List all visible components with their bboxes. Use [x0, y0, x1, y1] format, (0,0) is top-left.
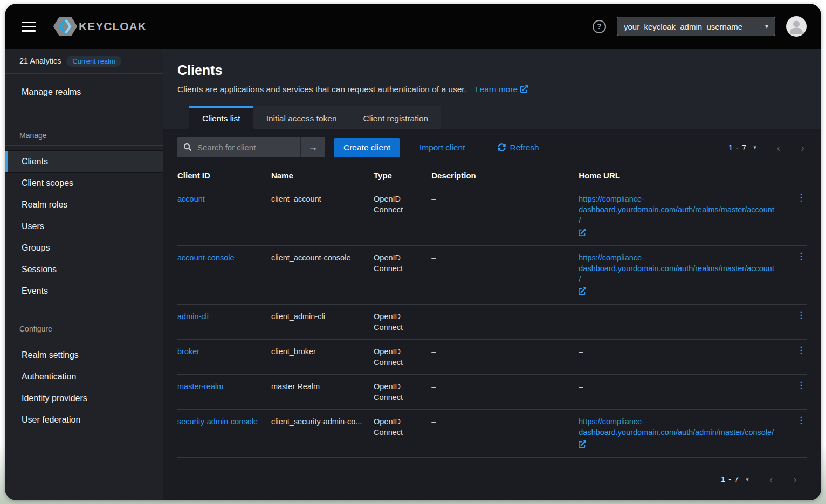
row-actions-kebab[interactable]: ⋮	[796, 253, 806, 260]
main-content: Clients Clients are applications and ser…	[163, 49, 821, 500]
client-type: OpenID Connect	[374, 410, 431, 458]
external-link-icon[interactable]	[579, 228, 776, 239]
row-actions-kebab[interactable]: ⋮	[796, 194, 806, 202]
sidebar-item-manage-realms[interactable]: Manage realms	[5, 81, 163, 103]
client-type: OpenID Connect	[374, 305, 431, 340]
client-type: OpenID Connect	[374, 187, 431, 246]
home-url-link[interactable]: https://compliance-dashboard.yourdomain.…	[579, 252, 776, 285]
clients-table-wrap: Client ID Name Type Description Home URL…	[163, 164, 821, 458]
sidebar-item-realm-roles[interactable]: Realm roles	[5, 194, 163, 216]
sidebar-divider	[5, 339, 163, 339]
help-icon[interactable]: ?	[593, 20, 606, 33]
refresh-icon	[498, 143, 506, 151]
sidebar-item-identity-providers[interactable]: Identity providers	[5, 388, 163, 409]
external-link-icon[interactable]	[579, 440, 776, 451]
sidebar-divider	[5, 145, 163, 146]
column-header-description: Description	[431, 164, 579, 187]
sidebar-item-groups[interactable]: Groups	[5, 237, 163, 259]
external-link-icon[interactable]	[579, 287, 776, 298]
home-url-link[interactable]: https://compliance-dashboard.yourdomain.…	[579, 416, 776, 438]
pagination-next-button[interactable]: ›	[791, 474, 799, 485]
search-input[interactable]	[196, 142, 306, 153]
client-name: client_security-admin-co...	[271, 410, 374, 458]
client-description: –	[431, 305, 579, 340]
row-actions-kebab[interactable]: ⋮	[796, 417, 806, 424]
sidebar-item-realm-settings[interactable]: Realm settings	[5, 344, 163, 366]
client-id-link[interactable]: broker	[177, 347, 199, 356]
learn-more-link[interactable]: Learn more	[475, 85, 528, 94]
sidebar-spacer	[5, 103, 163, 131]
pagination-prev-button[interactable]: ‹	[775, 142, 783, 153]
avatar[interactable]	[786, 16, 807, 37]
row-actions-kebab[interactable]: ⋮	[796, 347, 806, 354]
refresh-label: Refresh	[510, 143, 539, 153]
table-row: account-console client_account-console O…	[177, 246, 807, 305]
current-realm-badge: Current realm	[66, 56, 121, 67]
client-id-link[interactable]: security-admin-console	[177, 417, 258, 426]
sidebar: 21 Analytics Current realm Manage realms…	[5, 49, 163, 500]
search-submit-button[interactable]: →	[300, 137, 325, 157]
client-description: –	[431, 410, 579, 458]
keycloak-logo-icon	[53, 16, 78, 37]
pagination-range: 1 - 7	[728, 143, 747, 152]
column-header-name: Name	[271, 164, 374, 187]
masthead: KEYCLOAK ? your_keycloak_admin_username …	[5, 4, 821, 49]
refresh-link[interactable]: Refresh	[498, 143, 539, 153]
client-name: client_account-console	[271, 246, 374, 305]
sidebar-item-authentication[interactable]: Authentication	[5, 366, 163, 388]
client-type: OpenID Connect	[374, 340, 431, 375]
bottom-pagination: 1 - 7 ▾ ‹ ›	[163, 458, 821, 485]
client-id-link[interactable]: admin-cli	[177, 312, 209, 321]
row-actions-kebab[interactable]: ⋮	[796, 382, 806, 389]
table-row: admin-cli client_admin-cli OpenID Connec…	[177, 305, 807, 340]
sidebar-item-client-scopes[interactable]: Client scopes	[5, 172, 163, 194]
create-client-button[interactable]: Create client	[334, 138, 400, 157]
page-header: Clients Clients are applications and ser…	[163, 49, 821, 129]
table-row: security-admin-console client_security-a…	[177, 410, 807, 458]
sidebar-item-users[interactable]: Users	[5, 216, 163, 237]
clients-list-panel: → Create client Import client Refresh 1 …	[163, 129, 821, 500]
import-client-link[interactable]: Import client	[419, 143, 465, 153]
column-header-type: Type	[374, 164, 431, 187]
page-description: Clients are applications and services th…	[177, 85, 821, 94]
table-header-row: Client ID Name Type Description Home URL	[177, 164, 807, 187]
username-dropdown[interactable]: your_keycloak_admin_username ▾	[617, 17, 775, 36]
sidebar-item-events[interactable]: Events	[5, 280, 163, 302]
tabs: Clients list Initial access token Client…	[163, 106, 821, 129]
toolbar: → Create client Import client Refresh 1 …	[163, 129, 821, 164]
sidebar-group-manage-label: Manage	[5, 131, 163, 145]
realm-selector[interactable]: 21 Analytics Current realm	[5, 49, 163, 74]
client-id-link[interactable]: account-console	[177, 253, 235, 262]
client-description: –	[431, 187, 579, 246]
client-id-link[interactable]: master-realm	[177, 382, 223, 391]
sidebar-item-user-federation[interactable]: User federation	[5, 409, 163, 431]
external-link-icon	[520, 85, 528, 94]
client-id-link[interactable]: account	[177, 195, 205, 203]
table-row: master-realm master Realm OpenID Connect…	[177, 375, 807, 410]
caret-down-icon: ▾	[765, 23, 768, 30]
pagination-caret-icon[interactable]: ▾	[753, 144, 756, 151]
learn-more-label: Learn more	[475, 85, 518, 94]
pagination-prev-button[interactable]: ‹	[767, 474, 775, 485]
client-type: OpenID Connect	[374, 246, 431, 305]
pagination-next-button[interactable]: ›	[799, 142, 807, 153]
column-header-home-url: Home URL	[579, 164, 784, 187]
sidebar-item-clients[interactable]: Clients	[5, 151, 163, 172]
hamburger-menu-icon[interactable]	[17, 17, 40, 36]
tab-client-registration[interactable]: Client registration	[350, 106, 442, 129]
pagination-caret-icon[interactable]: ▾	[746, 476, 749, 483]
client-type: OpenID Connect	[374, 375, 431, 410]
row-actions-kebab[interactable]: ⋮	[796, 312, 806, 319]
sidebar-item-sessions[interactable]: Sessions	[5, 259, 163, 280]
page-description-text: Clients are applications and services th…	[177, 85, 466, 94]
pagination-range: 1 - 7	[721, 475, 739, 484]
arrow-right-icon: →	[308, 142, 318, 153]
search-box	[177, 137, 300, 157]
tab-initial-access-token[interactable]: Initial access token	[253, 106, 350, 129]
home-url-link[interactable]: https://compliance-dashboard.yourdomain.…	[579, 194, 776, 226]
table-row: broker client_broker OpenID Connect – – …	[177, 340, 807, 375]
client-name: master Realm	[271, 375, 374, 410]
client-name: client_admin-cli	[271, 305, 374, 340]
tab-clients-list[interactable]: Clients list	[189, 106, 253, 129]
search-icon	[184, 143, 191, 151]
